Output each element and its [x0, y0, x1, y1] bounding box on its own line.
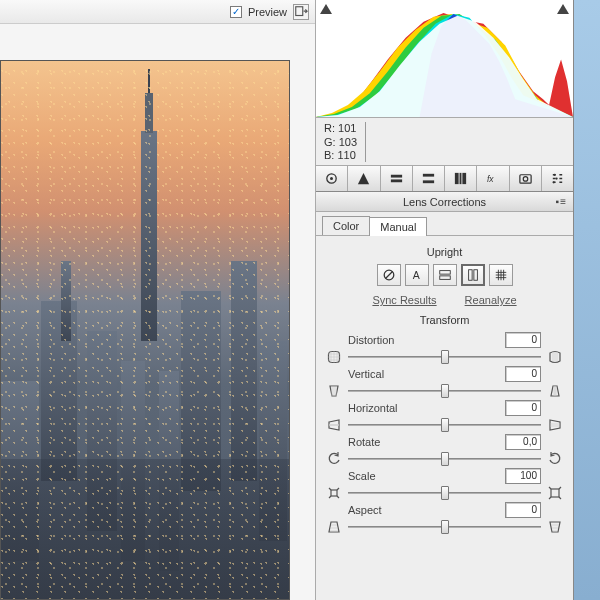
svg-rect-9	[463, 173, 467, 184]
rotate-value[interactable]: 0,0	[505, 434, 541, 450]
horizontal-value[interactable]: 0	[505, 400, 541, 416]
svg-rect-11	[520, 175, 531, 183]
rgb-readout: R: 101 G: 103 B: 110	[316, 118, 573, 166]
b-label: B:	[324, 149, 334, 161]
scale-value[interactable]: 100	[505, 468, 541, 484]
transform-heading: Transform	[324, 314, 565, 326]
r-value: 101	[338, 122, 356, 134]
distortion-slider[interactable]	[348, 348, 541, 366]
upright-level-button[interactable]	[433, 264, 457, 286]
aspect-min-icon[interactable]	[324, 519, 344, 535]
svg-rect-21	[468, 270, 472, 281]
rotate-slider[interactable]	[348, 450, 541, 468]
svg-text:A: A	[412, 269, 419, 281]
tab-basic[interactable]	[316, 166, 348, 191]
tab-split-tone[interactable]	[445, 166, 477, 191]
aspect-max-icon[interactable]	[545, 519, 565, 535]
section-title: Lens Corrections	[403, 196, 486, 208]
tab-camera[interactable]	[542, 166, 573, 191]
aspect-slider-row: Aspect0	[324, 502, 565, 536]
histogram[interactable]	[316, 0, 573, 118]
horizontal-min-icon[interactable]	[324, 417, 344, 433]
svg-line-17	[385, 272, 392, 279]
preview-label: Preview	[248, 6, 287, 18]
fullscreen-icon[interactable]	[293, 4, 309, 20]
upright-vertical-button[interactable]	[461, 264, 485, 286]
aspect-slider[interactable]	[348, 518, 541, 536]
highlight-clip-icon[interactable]	[556, 3, 570, 15]
section-menu-icon[interactable]: ▪≡	[556, 196, 567, 207]
upright-buttons: A	[324, 264, 565, 286]
vertical-slider[interactable]	[348, 382, 541, 400]
svg-rect-25	[551, 489, 559, 497]
svg-point-2	[330, 177, 333, 180]
svg-rect-0	[296, 6, 303, 15]
horizontal-label: Horizontal	[348, 402, 501, 414]
rotate-min-icon[interactable]	[324, 451, 344, 467]
divider	[365, 122, 366, 162]
desktop-background	[574, 0, 600, 600]
sync-results-link[interactable]: Sync Results	[372, 294, 436, 306]
upright-full-button[interactable]	[489, 264, 513, 286]
b-value: 110	[337, 149, 355, 161]
g-label: G:	[324, 136, 336, 148]
tab-tone-curve[interactable]	[348, 166, 380, 191]
preview-toolbar: ✓ Preview	[0, 0, 315, 24]
svg-rect-8	[460, 173, 462, 184]
horizontal-max-icon[interactable]	[545, 417, 565, 433]
tab-lens[interactable]: fx	[477, 166, 509, 191]
subtab-manual[interactable]: Manual	[369, 217, 427, 236]
r-label: R:	[324, 122, 335, 134]
scale-max-icon[interactable]	[545, 485, 565, 501]
upright-links: Sync Results Reanalyze	[324, 294, 565, 306]
svg-rect-5	[423, 174, 434, 177]
svg-text:fx: fx	[487, 174, 494, 184]
svg-point-12	[523, 177, 528, 182]
svg-rect-6	[423, 180, 434, 183]
vertical-value[interactable]: 0	[505, 366, 541, 382]
vertical-min-icon[interactable]	[324, 383, 344, 399]
distortion-value[interactable]: 0	[505, 332, 541, 348]
rotate-max-icon[interactable]	[545, 451, 565, 467]
distortion-max-icon[interactable]	[545, 349, 565, 365]
preview-image-region[interactable]	[0, 24, 315, 600]
section-header: Lens Corrections ▪≡	[316, 192, 573, 212]
svg-point-14	[555, 177, 557, 179]
svg-rect-20	[439, 276, 450, 280]
scale-min-icon[interactable]	[324, 485, 344, 501]
subtab-color[interactable]: Color	[322, 216, 370, 235]
svg-rect-3	[391, 175, 402, 178]
distortion-min-icon[interactable]	[324, 349, 344, 365]
g-value: 103	[339, 136, 357, 148]
rotate-slider-row: Rotate0,0	[324, 434, 565, 468]
distortion-label: Distortion	[348, 334, 501, 346]
tab-hsl[interactable]	[413, 166, 445, 191]
vertical-label: Vertical	[348, 368, 501, 380]
upright-off-button[interactable]	[377, 264, 401, 286]
tab-detail[interactable]	[381, 166, 413, 191]
scale-label: Scale	[348, 470, 501, 482]
scale-slider[interactable]	[348, 484, 541, 502]
svg-rect-24	[331, 490, 337, 496]
distortion-slider-row: Distortion0	[324, 332, 565, 366]
shadow-clip-icon[interactable]	[319, 3, 333, 15]
panel-tabstrip: fx	[316, 166, 573, 192]
aspect-value[interactable]: 0	[505, 502, 541, 518]
horizontal-slider[interactable]	[348, 416, 541, 434]
svg-rect-4	[391, 179, 402, 182]
svg-point-13	[553, 174, 555, 176]
svg-rect-19	[439, 271, 450, 275]
scale-slider-row: Scale100	[324, 468, 565, 502]
upright-auto-button[interactable]: A	[405, 264, 429, 286]
horizontal-slider-row: Horizontal0	[324, 400, 565, 434]
vertical-slider-row: Vertical0	[324, 366, 565, 400]
aspect-label: Aspect	[348, 504, 501, 516]
reanalyze-link[interactable]: Reanalyze	[465, 294, 517, 306]
svg-rect-7	[455, 173, 459, 184]
vertical-max-icon[interactable]	[545, 383, 565, 399]
tab-effects[interactable]	[510, 166, 542, 191]
preview-image	[0, 60, 290, 600]
upright-heading: Upright	[324, 246, 565, 258]
preview-checkbox[interactable]: ✓	[230, 6, 242, 18]
rotate-label: Rotate	[348, 436, 501, 448]
